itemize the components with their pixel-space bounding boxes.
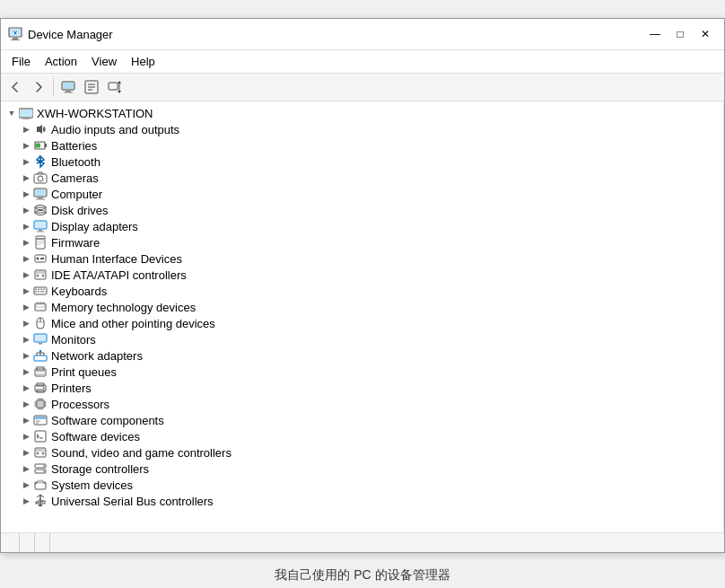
item-expander[interactable]: ▶ [19,397,33,411]
svg-rect-74 [36,373,45,375]
toolbar-forward[interactable] [28,76,49,98]
item-expander[interactable]: ▶ [19,348,33,363]
title-bar: Device Manager — □ ✕ [1,19,724,50]
root-expander[interactable]: ▼ [4,106,19,120]
tree-item[interactable]: ▶Audio inputs and outputs [1,121,723,137]
item-expander[interactable]: ▶ [19,381,33,395]
tree-item[interactable]: ▶Software devices [1,428,723,444]
content-area: ▼ XWH-WORKSTATION ▶Audio inputs and outp… [1,101,724,532]
item-icon [33,171,48,185]
device-tree[interactable]: ▼ XWH-WORKSTATION ▶Audio inputs and outp… [1,101,724,532]
svg-rect-64 [35,335,46,341]
item-expander[interactable]: ▶ [19,300,33,314]
item-label: Display adapters [51,220,138,233]
svg-rect-26 [38,197,43,199]
item-icon [33,397,48,411]
tree-item[interactable]: ▶Memory technology devices [1,299,723,315]
svg-point-101 [37,452,39,455]
item-icon [33,364,48,379]
item-icon [33,154,48,169]
root-label: XWH-WORKSTATION [37,107,153,120]
tree-item[interactable]: ▶Mice and other pointing devices [1,315,723,331]
item-icon [33,494,48,508]
tree-item[interactable]: ▶Human Interface Devices [1,250,723,267]
svg-rect-113 [39,505,42,506]
item-expander[interactable]: ▶ [19,187,33,201]
menu-action[interactable]: Action [38,52,84,71]
item-expander[interactable]: ▶ [19,316,33,330]
tree-item[interactable]: ▶Network adapters [1,347,723,364]
item-expander[interactable]: ▶ [19,154,33,169]
minimize-button[interactable]: — [643,24,667,44]
tree-item[interactable]: ▶Keyboards [1,283,723,299]
svg-rect-18 [22,119,31,120]
toolbar-computer[interactable] [57,76,79,98]
svg-rect-109 [36,502,39,504]
window-controls: — □ ✕ [643,24,717,44]
item-expander[interactable]: ▶ [19,171,33,185]
tree-item[interactable]: ▶Firmware [1,234,723,250]
tree-item[interactable]: ▶Monitors [1,331,723,347]
item-expander[interactable]: ▶ [19,413,33,427]
close-button[interactable]: ✕ [694,24,717,44]
maximize-button[interactable]: □ [668,24,692,44]
item-label: Firmware [51,236,100,250]
menu-help[interactable]: Help [124,52,162,71]
tree-item[interactable]: ▶Display adapters [1,218,723,234]
item-expander[interactable]: ▶ [19,364,33,379]
item-icon [33,381,48,395]
tree-item[interactable]: ▶Batteries [1,137,723,154]
svg-rect-17 [23,118,29,119]
tree-item[interactable]: ▶Printers [1,380,723,396]
svg-rect-44 [36,271,45,274]
svg-rect-80 [38,401,43,407]
item-expander[interactable]: ▶ [19,251,33,266]
item-label: Audio inputs and outputs [51,123,179,136]
item-expander[interactable]: ▶ [19,219,33,233]
item-expander[interactable]: ▶ [19,138,33,153]
svg-rect-50 [40,289,42,291]
tree-item[interactable]: ▶Processors [1,396,723,412]
menu-file[interactable]: File [4,52,38,71]
svg-rect-33 [39,230,42,232]
svg-rect-16 [20,110,32,117]
status-segment-1 [4,533,20,552]
item-icon [33,187,48,201]
item-expander[interactable]: ▶ [19,461,33,476]
item-label: Network adapters [51,349,143,363]
item-label: Bluetooth [51,155,100,169]
item-expander[interactable]: ▶ [19,478,33,492]
tree-item[interactable]: ▶Bluetooth [1,154,723,170]
toolbar-update[interactable] [104,76,126,98]
tree-item[interactable]: ▶Computer [1,186,723,202]
item-expander[interactable]: ▶ [19,122,33,136]
item-expander[interactable]: ▶ [19,445,33,460]
svg-rect-6 [63,83,74,89]
svg-point-45 [37,275,39,277]
svg-rect-32 [35,222,46,228]
toolbar-properties[interactable] [81,76,102,98]
item-expander[interactable]: ▶ [19,494,33,508]
tree-root[interactable]: ▼ XWH-WORKSTATION [1,105,723,121]
tree-item[interactable]: ▶IDE ATA/ATAPI controllers [1,267,723,283]
tree-item[interactable]: ▶Cameras [1,170,723,186]
status-bar [1,532,724,552]
menu-view[interactable]: View [84,52,124,71]
item-expander[interactable]: ▶ [19,235,33,250]
toolbar-back[interactable] [4,76,26,98]
tree-item[interactable]: ▶System devices [1,477,723,493]
item-expander[interactable]: ▶ [19,203,33,217]
tree-item[interactable]: ▶Universal Serial Bus controllers [1,493,723,509]
item-expander[interactable]: ▶ [19,284,33,298]
svg-rect-25 [35,189,46,196]
item-expander[interactable]: ▶ [19,429,33,443]
item-expander[interactable]: ▶ [19,332,33,347]
item-expander[interactable]: ▶ [19,268,33,282]
tree-item[interactable]: ▶Sound, video and game controllers [1,444,723,461]
tree-item[interactable]: ▶Print queues [1,364,723,380]
tree-item[interactable]: ▶Disk drives [1,202,723,218]
tree-item[interactable]: ▶Software components [1,412,723,428]
svg-rect-100 [36,449,45,452]
tree-item[interactable]: ▶Storage controllers [1,461,723,477]
svg-rect-49 [38,289,39,291]
